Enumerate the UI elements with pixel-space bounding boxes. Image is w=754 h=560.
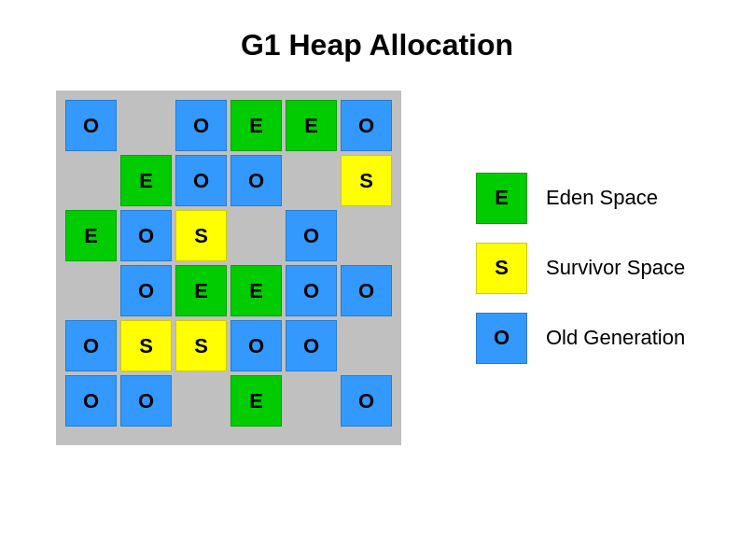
legend-item-old: OOld Generation [476, 313, 685, 364]
grid-cell-25: S [120, 320, 172, 371]
heap-grid: OOEEOEOOSEOSOOEEOOOSSOOOOEO [56, 91, 401, 445]
legend-item-survivor: SSurvivor Space [476, 243, 685, 294]
legend-label-eden: Eden Space [546, 186, 658, 210]
grid-cell-0: O [65, 100, 117, 151]
grid-cell-1 [120, 100, 172, 151]
grid-cell-35: O [341, 375, 392, 427]
grid-cell-13: O [120, 210, 172, 261]
grid-cell-33: E [230, 375, 282, 427]
grid-cell-32 [175, 375, 227, 427]
grid-cell-17 [341, 210, 392, 261]
grid-cell-9: O [230, 155, 282, 206]
grid-cell-19: O [120, 265, 172, 316]
grid-cell-34 [286, 375, 337, 427]
grid-cell-21: E [230, 265, 282, 316]
grid-cell-5: O [341, 100, 392, 151]
legend-label-survivor: Survivor Space [546, 256, 685, 280]
legend-box-old: O [476, 313, 527, 364]
grid-cell-11: S [341, 155, 392, 206]
page-title: G1 Heap Allocation [0, 0, 754, 63]
grid-cell-18 [65, 265, 117, 316]
grid-cell-14: S [175, 210, 227, 261]
legend-item-eden: EEden Space [476, 173, 685, 224]
main-content: OOEEOEOOSEOSOOEEOOOSSOOOOEO EEden SpaceS… [0, 63, 754, 445]
legend-label-old: Old Generation [546, 326, 685, 350]
grid-cell-22: O [286, 265, 337, 316]
grid-cell-28: O [286, 320, 337, 371]
legend-box-survivor: S [476, 243, 527, 294]
grid-cell-3: E [230, 100, 282, 151]
grid-cell-6 [65, 155, 117, 206]
grid-cell-24: O [65, 320, 117, 371]
legend-box-eden: E [476, 173, 527, 224]
grid-cell-4: E [286, 100, 337, 151]
grid-cell-15 [230, 210, 282, 261]
grid-cell-26: S [175, 320, 227, 371]
grid-cell-7: E [120, 155, 172, 206]
grid-cell-27: O [230, 320, 282, 371]
grid-cell-16: O [286, 210, 337, 261]
legend: EEden SpaceSSurvivor SpaceOOld Generatio… [476, 173, 685, 364]
grid-cell-30: O [65, 375, 117, 427]
grid-cell-2: O [175, 100, 227, 151]
grid-cell-10 [286, 155, 337, 206]
grid-cell-20: E [175, 265, 227, 316]
grid-cell-31: O [120, 375, 172, 427]
grid-cell-12: E [65, 210, 117, 261]
grid-cell-29 [341, 320, 392, 371]
grid-cell-23: O [341, 265, 392, 316]
grid-cell-8: O [175, 155, 227, 206]
